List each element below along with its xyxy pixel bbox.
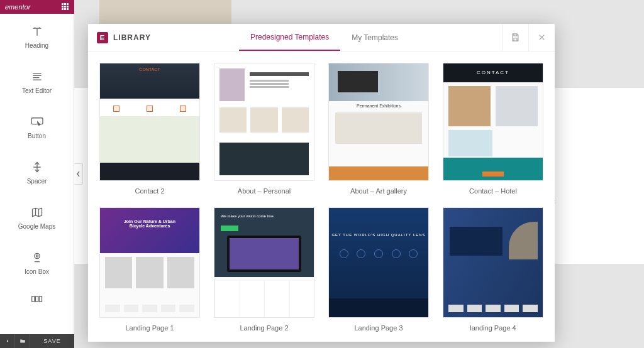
svg-rect-5 [39, 296, 42, 302]
map-pin-icon [30, 205, 44, 219]
template-label: About – Art gallery [350, 187, 407, 195]
widget-label: Text Editor [22, 87, 52, 94]
template-card[interactable]: GET THE WORLD'S HIGH QUALITY LENS Landin… [328, 207, 429, 332]
tab-my-templates[interactable]: My Templates [340, 24, 409, 51]
widget-label: Heading [25, 42, 48, 49]
widget-sidebar: Heading Text Editor Button Spacer Google… [0, 14, 74, 334]
template-thumbnail: Join Our Nature & UrbanBicycle Adventure… [99, 207, 200, 318]
widget-label: Icon Box [25, 268, 49, 275]
modal-title: LIBRARY [113, 33, 151, 42]
folder-button[interactable] [15, 334, 30, 348]
template-thumbnail [443, 207, 543, 318]
template-label: Landing Page 1 [125, 324, 174, 332]
modal-actions [502, 24, 555, 51]
widget-text-editor[interactable]: Text Editor [0, 59, 74, 104]
template-card[interactable]: We make your vision come true. Landing P… [214, 207, 314, 332]
modal-tabs: Predesigned Templates My Templates [239, 24, 502, 51]
apps-icon[interactable] [62, 3, 69, 11]
template-card[interactable]: About – Personal [214, 63, 314, 195]
template-thumbnail: We make your vision come true. [214, 207, 314, 318]
save-button[interactable]: SAVE [30, 334, 74, 348]
lines-icon [30, 70, 44, 84]
template-card[interactable]: Join Our Nature & UrbanBicycle Adventure… [99, 207, 200, 332]
widget-label: Button [28, 133, 46, 139]
svg-point-2 [36, 254, 38, 256]
collapse-sidebar-handle[interactable] [74, 163, 83, 185]
elementor-logo-icon: E [97, 32, 108, 43]
template-thumbnail: Permanent Exhibitions [328, 63, 429, 181]
template-card[interactable]: landing Page 4 [443, 207, 543, 332]
modal-title-area: E LIBRARY [88, 24, 239, 51]
template-label: landing Page 4 [470, 324, 516, 332]
modal-body[interactable]: CONTACT Contact 2 About – Personal Perma… [88, 52, 555, 342]
button-icon [30, 115, 44, 129]
template-card[interactable]: Permanent Exhibitions About – Art galler… [328, 63, 429, 195]
widget-heading[interactable]: Heading [0, 14, 74, 59]
template-label: Landing Page 2 [240, 324, 288, 332]
widget-spacer[interactable]: Spacer [0, 150, 74, 195]
template-card[interactable]: CONTACT Contact – Hotel [443, 63, 543, 195]
template-thumbnail: GET THE WORLD'S HIGH QUALITY LENS [328, 207, 429, 318]
template-label: Contact – Hotel [469, 187, 517, 195]
svg-point-6 [6, 340, 8, 342]
svg-rect-0 [31, 117, 43, 124]
widget-google-maps[interactable]: Google Maps [0, 195, 74, 240]
columns-icon [30, 292, 44, 306]
spacer-icon [30, 160, 44, 174]
target-icon [30, 251, 44, 264]
widget-button[interactable]: Button [0, 104, 74, 150]
template-label: Contact 2 [135, 187, 164, 195]
tab-predesigned-templates[interactable]: Predesigned Templates [239, 24, 340, 51]
brand-bar: ementor [0, 0, 74, 14]
widget-label: Spacer [27, 178, 47, 185]
library-modal: E LIBRARY Predesigned Templates My Templ… [88, 24, 555, 342]
template-grid-row1: CONTACT Contact 2 About – Personal Perma… [99, 63, 543, 195]
close-button[interactable] [528, 24, 555, 51]
svg-rect-3 [31, 296, 34, 302]
template-thumbnail: CONTACT [443, 63, 543, 181]
template-thumbnail: CONTACT [99, 63, 200, 181]
sidebar-actions: SAVE [0, 334, 74, 348]
type-icon [30, 24, 44, 38]
widget-more[interactable] [0, 285, 74, 313]
template-thumbnail [214, 63, 314, 181]
modal-header: E LIBRARY Predesigned Templates My Templ… [88, 24, 555, 52]
svg-point-1 [34, 253, 39, 258]
settings-button[interactable] [0, 334, 15, 348]
template-label: About – Personal [238, 187, 291, 195]
widget-icon-box[interactable]: Icon Box [0, 240, 74, 285]
widget-label: Google Maps [18, 223, 55, 230]
brand-name: ementor [5, 3, 30, 11]
svg-rect-4 [35, 296, 38, 302]
save-template-button[interactable] [502, 24, 528, 51]
template-grid-row2: Join Our Nature & UrbanBicycle Adventure… [99, 207, 543, 332]
template-card[interactable]: CONTACT Contact 2 [99, 63, 200, 195]
template-label: Landing Page 3 [354, 324, 402, 332]
